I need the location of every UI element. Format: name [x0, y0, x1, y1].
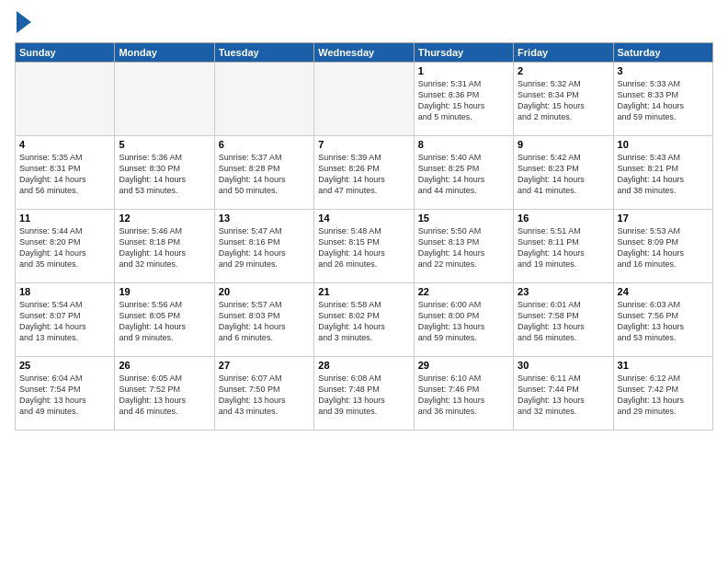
day-info: Sunrise: 5:47 AM Sunset: 8:16 PM Dayligh…	[219, 225, 310, 270]
day-number: 1	[418, 65, 509, 76]
day-number: 20	[219, 286, 310, 297]
calendar-cell: 23Sunrise: 6:01 AM Sunset: 7:58 PM Dayli…	[514, 283, 613, 357]
day-info: Sunrise: 5:36 AM Sunset: 8:30 PM Dayligh…	[119, 152, 210, 197]
day-number: 23	[518, 286, 609, 297]
calendar-cell	[16, 63, 115, 136]
weekday-header-wednesday: Wednesday	[314, 43, 414, 63]
day-number: 22	[418, 286, 509, 297]
day-info: Sunrise: 5:44 AM Sunset: 8:20 PM Dayligh…	[19, 225, 110, 270]
day-info: Sunrise: 5:33 AM Sunset: 8:33 PM Dayligh…	[618, 78, 709, 123]
calendar-cell	[115, 63, 214, 136]
day-info: Sunrise: 5:53 AM Sunset: 8:09 PM Dayligh…	[618, 225, 709, 270]
calendar-cell: 26Sunrise: 6:05 AM Sunset: 7:52 PM Dayli…	[115, 357, 214, 431]
day-number: 21	[318, 286, 409, 297]
day-info: Sunrise: 6:05 AM Sunset: 7:52 PM Dayligh…	[119, 373, 210, 418]
day-number: 13	[219, 213, 310, 224]
weekday-header-sunday: Sunday	[16, 43, 115, 63]
calendar: SundayMondayTuesdayWednesdayThursdayFrid…	[15, 42, 713, 431]
day-info: Sunrise: 5:39 AM Sunset: 8:26 PM Dayligh…	[318, 152, 409, 197]
day-number: 18	[19, 286, 110, 297]
day-number: 17	[618, 213, 709, 224]
calendar-cell: 1Sunrise: 5:31 AM Sunset: 8:36 PM Daylig…	[414, 63, 513, 136]
calendar-cell: 7Sunrise: 5:39 AM Sunset: 8:26 PM Daylig…	[314, 136, 414, 210]
day-number: 15	[418, 213, 509, 224]
calendar-cell: 10Sunrise: 5:43 AM Sunset: 8:21 PM Dayli…	[613, 136, 712, 210]
day-info: Sunrise: 5:31 AM Sunset: 8:36 PM Dayligh…	[418, 78, 509, 123]
day-number: 30	[518, 360, 609, 371]
calendar-cell: 11Sunrise: 5:44 AM Sunset: 8:20 PM Dayli…	[16, 210, 115, 283]
calendar-cell: 2Sunrise: 5:32 AM Sunset: 8:34 PM Daylig…	[514, 63, 613, 136]
calendar-cell: 28Sunrise: 6:08 AM Sunset: 7:48 PM Dayli…	[314, 357, 414, 431]
day-info: Sunrise: 5:42 AM Sunset: 8:23 PM Dayligh…	[518, 152, 609, 197]
day-number: 27	[219, 360, 310, 371]
calendar-week-2: 4Sunrise: 5:35 AM Sunset: 8:31 PM Daylig…	[16, 136, 713, 210]
day-info: Sunrise: 5:37 AM Sunset: 8:28 PM Dayligh…	[219, 152, 310, 197]
header	[15, 15, 713, 33]
calendar-cell: 9Sunrise: 5:42 AM Sunset: 8:23 PM Daylig…	[514, 136, 613, 210]
day-number: 28	[318, 360, 409, 371]
day-number: 19	[119, 286, 210, 297]
logo	[15, 15, 31, 33]
weekday-header-friday: Friday	[514, 43, 613, 63]
day-number: 8	[418, 139, 509, 150]
calendar-cell: 16Sunrise: 5:51 AM Sunset: 8:11 PM Dayli…	[514, 210, 613, 283]
weekday-header-saturday: Saturday	[613, 43, 712, 63]
weekday-header-tuesday: Tuesday	[214, 43, 313, 63]
calendar-cell: 29Sunrise: 6:10 AM Sunset: 7:46 PM Dayli…	[414, 357, 513, 431]
calendar-cell: 6Sunrise: 5:37 AM Sunset: 8:28 PM Daylig…	[214, 136, 313, 210]
day-info: Sunrise: 6:01 AM Sunset: 7:58 PM Dayligh…	[518, 299, 609, 344]
calendar-cell: 18Sunrise: 5:54 AM Sunset: 8:07 PM Dayli…	[16, 283, 115, 357]
day-info: Sunrise: 5:35 AM Sunset: 8:31 PM Dayligh…	[19, 152, 110, 197]
calendar-cell: 4Sunrise: 5:35 AM Sunset: 8:31 PM Daylig…	[16, 136, 115, 210]
day-number: 31	[618, 360, 709, 371]
weekday-header-monday: Monday	[115, 43, 214, 63]
weekday-header-thursday: Thursday	[414, 43, 513, 63]
calendar-cell: 13Sunrise: 5:47 AM Sunset: 8:16 PM Dayli…	[214, 210, 313, 283]
day-number: 6	[219, 139, 310, 150]
day-number: 14	[318, 213, 409, 224]
day-info: Sunrise: 6:03 AM Sunset: 7:56 PM Dayligh…	[618, 299, 709, 344]
day-info: Sunrise: 5:32 AM Sunset: 8:34 PM Dayligh…	[518, 78, 609, 123]
day-number: 10	[618, 139, 709, 150]
day-number: 7	[318, 139, 409, 150]
calendar-cell: 22Sunrise: 6:00 AM Sunset: 8:00 PM Dayli…	[414, 283, 513, 357]
day-number: 11	[19, 213, 110, 224]
calendar-cell: 12Sunrise: 5:46 AM Sunset: 8:18 PM Dayli…	[115, 210, 214, 283]
calendar-week-3: 11Sunrise: 5:44 AM Sunset: 8:20 PM Dayli…	[16, 210, 713, 283]
day-info: Sunrise: 5:54 AM Sunset: 8:07 PM Dayligh…	[19, 299, 110, 344]
calendar-cell: 27Sunrise: 6:07 AM Sunset: 7:50 PM Dayli…	[214, 357, 313, 431]
day-number: 5	[119, 139, 210, 150]
calendar-cell: 14Sunrise: 5:48 AM Sunset: 8:15 PM Dayli…	[314, 210, 414, 283]
day-info: Sunrise: 6:07 AM Sunset: 7:50 PM Dayligh…	[219, 373, 310, 418]
calendar-week-4: 18Sunrise: 5:54 AM Sunset: 8:07 PM Dayli…	[16, 283, 713, 357]
calendar-cell: 3Sunrise: 5:33 AM Sunset: 8:33 PM Daylig…	[613, 63, 712, 136]
day-number: 9	[518, 139, 609, 150]
day-number: 26	[119, 360, 210, 371]
day-number: 24	[618, 286, 709, 297]
calendar-cell: 30Sunrise: 6:11 AM Sunset: 7:44 PM Dayli…	[514, 357, 613, 431]
day-number: 3	[618, 65, 709, 76]
calendar-week-5: 25Sunrise: 6:04 AM Sunset: 7:54 PM Dayli…	[16, 357, 713, 431]
calendar-cell: 8Sunrise: 5:40 AM Sunset: 8:25 PM Daylig…	[414, 136, 513, 210]
day-info: Sunrise: 5:58 AM Sunset: 8:02 PM Dayligh…	[318, 299, 409, 344]
day-info: Sunrise: 5:40 AM Sunset: 8:25 PM Dayligh…	[418, 152, 509, 197]
calendar-cell: 19Sunrise: 5:56 AM Sunset: 8:05 PM Dayli…	[115, 283, 214, 357]
logo-arrow-icon	[17, 11, 31, 33]
calendar-cell: 21Sunrise: 5:58 AM Sunset: 8:02 PM Dayli…	[314, 283, 414, 357]
day-number: 12	[119, 213, 210, 224]
day-info: Sunrise: 5:56 AM Sunset: 8:05 PM Dayligh…	[119, 299, 210, 344]
day-info: Sunrise: 6:11 AM Sunset: 7:44 PM Dayligh…	[518, 373, 609, 418]
day-info: Sunrise: 5:50 AM Sunset: 8:13 PM Dayligh…	[418, 225, 509, 270]
calendar-cell: 5Sunrise: 5:36 AM Sunset: 8:30 PM Daylig…	[115, 136, 214, 210]
calendar-cell: 24Sunrise: 6:03 AM Sunset: 7:56 PM Dayli…	[613, 283, 712, 357]
day-number: 29	[418, 360, 509, 371]
calendar-cell	[314, 63, 414, 136]
calendar-week-1: 1Sunrise: 5:31 AM Sunset: 8:36 PM Daylig…	[16, 63, 713, 136]
page: SundayMondayTuesdayWednesdayThursdayFrid…	[0, 0, 728, 438]
calendar-cell	[214, 63, 313, 136]
day-number: 4	[19, 139, 110, 150]
day-info: Sunrise: 6:10 AM Sunset: 7:46 PM Dayligh…	[418, 373, 509, 418]
day-info: Sunrise: 5:43 AM Sunset: 8:21 PM Dayligh…	[618, 152, 709, 197]
calendar-cell: 25Sunrise: 6:04 AM Sunset: 7:54 PM Dayli…	[16, 357, 115, 431]
day-info: Sunrise: 6:12 AM Sunset: 7:42 PM Dayligh…	[618, 373, 709, 418]
